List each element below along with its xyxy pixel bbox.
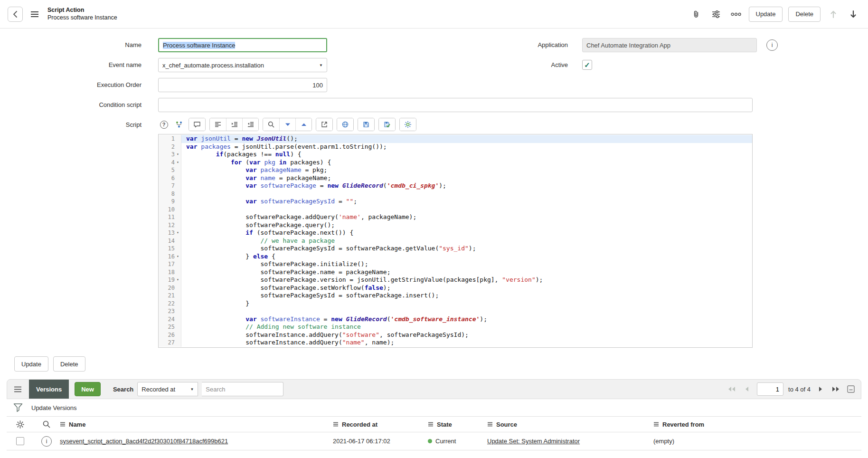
tab-versions[interactable]: Versions [29, 379, 69, 399]
event-name-select[interactable]: x_chef_automate.process.installation ▼ [158, 58, 327, 72]
record-link[interactable]: sysevent_script_action_8acd4f2d2f303010f… [60, 438, 228, 445]
column-header-recorded-at[interactable]: Recorded at [333, 421, 428, 428]
delete-button[interactable]: Delete [788, 7, 821, 22]
fold-icon[interactable]: ▾ [175, 253, 181, 261]
line-number: 3 [171, 151, 175, 159]
fold-icon[interactable]: ▾ [175, 229, 181, 237]
attachment-icon-button[interactable] [689, 7, 703, 21]
back-button[interactable] [8, 7, 23, 22]
toolbar-group [209, 118, 259, 131]
code-line: 10 [159, 206, 752, 214]
new-button[interactable]: New [75, 382, 101, 396]
row-checkbox[interactable] [16, 437, 24, 445]
fold-icon[interactable]: ▾ [175, 159, 181, 167]
personalize-form-icon-button[interactable] [709, 7, 723, 21]
line-number: 12 [168, 221, 175, 229]
condition-script-input[interactable] [158, 98, 753, 112]
active-checkbox[interactable]: ✓ [582, 60, 592, 70]
save-icon-button[interactable] [358, 118, 374, 131]
column-menu-icon [653, 422, 659, 427]
more-options-icon-button[interactable] [729, 7, 743, 21]
previous-record-icon-button[interactable] [826, 7, 840, 21]
previous-page-icon [745, 386, 749, 392]
footer-actions: Update Delete [0, 350, 868, 372]
collapse-list-icon-button[interactable] [846, 383, 856, 395]
application-info-icon[interactable]: i [766, 39, 778, 51]
first-page-icon-button[interactable] [726, 383, 737, 395]
script-row: Script ? 1var jsonUtil = new JsonUtil();… [0, 118, 868, 350]
line-number: 6 [171, 174, 175, 182]
toolbar-group [189, 118, 206, 131]
record-header: Script Action Process software Instance … [0, 0, 868, 29]
search-column-select[interactable]: Recorded at ▼ [137, 382, 198, 396]
next-record-icon-button[interactable] [846, 7, 860, 21]
line-number: 24 [168, 315, 175, 324]
search-label: Search [113, 386, 133, 393]
indent-icon-button[interactable] [226, 118, 242, 131]
column-header-name[interactable]: Name [60, 421, 333, 428]
editor-settings-icon-button[interactable] [400, 118, 416, 131]
code-line: 18 softwarePackage.name = packageName; [159, 268, 752, 277]
code-line: 4▾ for (var pkg in packages) { [159, 159, 752, 167]
code-line: 21 softwarePackageSysId = softwarePackag… [159, 292, 752, 300]
source-link[interactable]: Update Set: System Administrator [487, 438, 580, 445]
record-form: Name Process software Instance Applicati… [0, 29, 868, 350]
page: Script Action Process software Instance … [0, 0, 868, 458]
open-in-new-icon-button[interactable] [316, 118, 332, 131]
collapse-list-icon [847, 385, 855, 393]
script-label: Script [0, 118, 142, 132]
line-number: 19 [168, 276, 175, 284]
column-header-source[interactable]: Source [487, 421, 653, 428]
previous-page-icon-button[interactable] [742, 383, 752, 395]
syntax-tree-icon-button[interactable] [173, 118, 185, 131]
outdent-icon-button[interactable] [242, 118, 258, 131]
fold-icon[interactable]: ▾ [175, 151, 181, 159]
help-icon-button[interactable]: ? [158, 118, 170, 131]
update-button[interactable]: Update [749, 7, 783, 22]
row-preview-cell: i [33, 436, 60, 447]
chevron-down-icon: ▼ [319, 63, 323, 67]
line-number: 23 [168, 307, 175, 315]
code-line: 2var packages = jsonUtil.parse(event.par… [159, 143, 752, 151]
list-menu-icon-button[interactable] [10, 379, 25, 399]
gear-icon[interactable] [16, 420, 25, 429]
column-menu-icon [333, 422, 339, 427]
line-number: 18 [168, 268, 175, 277]
search-icon[interactable] [42, 420, 51, 429]
script-editor[interactable]: 1var jsonUtil = new JsonUtil();2var pack… [158, 134, 753, 348]
line-number: 1 [171, 135, 175, 143]
save-and-check-icon-button[interactable] [379, 118, 395, 131]
format-code-icon-button[interactable] [210, 118, 226, 131]
find-previous-icon-button[interactable] [295, 118, 311, 131]
versions-related-list: Versions New Search Recorded at ▼ to 4 o… [7, 379, 861, 450]
execution-order-input[interactable]: 100 [158, 78, 327, 92]
next-page-icon-button[interactable] [815, 383, 826, 395]
pagination: to 4 of 4 [726, 382, 856, 396]
column-header-reverted-from[interactable]: Reverted from [653, 421, 861, 428]
footer-delete-button[interactable]: Delete [53, 356, 85, 372]
cell-recorded-at: 2021-06-17 06:17:02 [333, 438, 428, 445]
list-search-input[interactable] [202, 382, 283, 396]
fold-icon[interactable]: ▾ [175, 276, 181, 284]
list-column-headers: Name Recorded at State Source Reverted f… [7, 416, 861, 432]
filter-funnel-icon[interactable] [13, 403, 23, 412]
column-header-state[interactable]: State [428, 421, 487, 428]
line-number: 15 [168, 245, 175, 253]
search-icon-button[interactable] [263, 118, 279, 131]
footer-update-button[interactable]: Update [14, 356, 48, 372]
find-next-icon-button[interactable] [279, 118, 295, 131]
page-number-input[interactable] [757, 382, 783, 396]
breadcrumb[interactable]: Update Versions [31, 404, 76, 411]
info-icon[interactable]: i [41, 436, 52, 447]
line-number: 20 [168, 284, 175, 292]
comment-icon-button[interactable] [189, 118, 205, 131]
sliders-icon [712, 10, 720, 19]
name-input[interactable]: Process software Instance [158, 38, 327, 52]
code-line: 14 // we have a package [159, 237, 752, 245]
list-header-bar: Versions New Search Recorded at ▼ to 4 o… [7, 379, 861, 399]
script-toolbar: ? [158, 118, 416, 131]
api-docs-icon-button[interactable] [337, 118, 353, 131]
execution-order-value: 100 [312, 82, 323, 89]
last-page-icon-button[interactable] [830, 383, 841, 395]
context-menu-icon-button[interactable] [28, 7, 42, 21]
